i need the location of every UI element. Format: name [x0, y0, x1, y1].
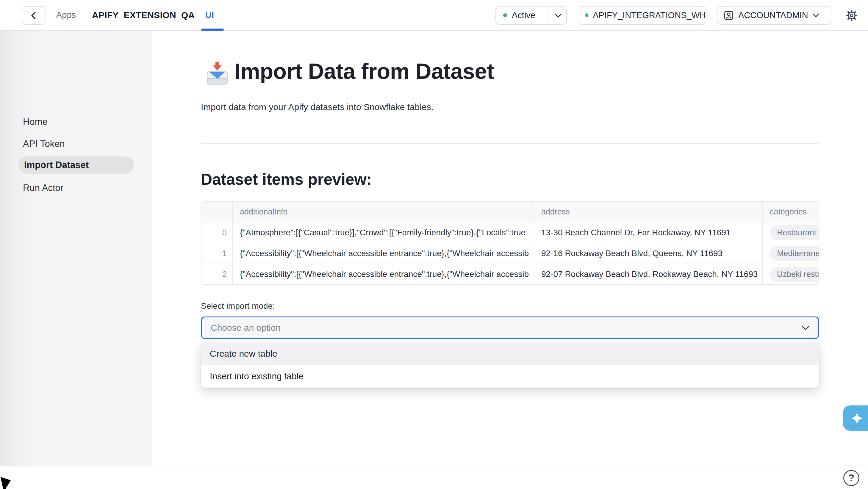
warehouse-button[interactable]: APIFY_INTEGRATIONS_WH: [578, 6, 706, 25]
help-button[interactable]: ?: [843, 470, 859, 486]
cell-address: 92-07 Rockaway Beach Blvd, Rockaway Beac…: [533, 264, 762, 284]
warehouse-label: APIFY_INTEGRATIONS_WH: [593, 10, 706, 20]
table-row[interactable]: 2 {"Accessibility":[{"Wheelchair accessi…: [202, 264, 818, 284]
dropdown-option-create-new-table[interactable]: Create new table: [201, 343, 819, 365]
assistant-button[interactable]: [843, 405, 868, 431]
sidebar-item-api-token[interactable]: API Token: [23, 139, 65, 149]
table-row[interactable]: 1 {"Accessibility":[{"Wheelchair accessi…: [202, 243, 818, 264]
table-header-row: additionalInfo address categories: [202, 202, 818, 222]
top-navigation-bar: Apps APIFY_EXTENSION_QA UI Active APIFY_…: [0, 0, 868, 31]
row-index: 0: [202, 223, 232, 243]
role-label: ACCOUNTADMIN: [738, 10, 808, 20]
column-header-categories[interactable]: categories: [762, 202, 818, 222]
table-row[interactable]: 0 {"Atmosphere":[{"Casual":true}],"Crowd…: [202, 222, 818, 243]
id-badge-icon: [723, 10, 734, 21]
column-header-index[interactable]: [202, 202, 232, 222]
cell-categories: Restaurant: [762, 223, 818, 243]
chevron-left-icon: [28, 9, 40, 22]
sidebar-item-import-dataset[interactable]: Import Dataset: [18, 157, 134, 174]
page-title: Import Data from Dataset: [235, 59, 494, 84]
import-mode-label: Select import mode:: [201, 301, 275, 311]
cell-additionalinfo: {"Accessibility":[{"Wheelchair accessibl…: [232, 264, 533, 284]
back-button[interactable]: [22, 6, 46, 25]
dataset-preview-table[interactable]: additionalInfo address categories 0 {"At…: [201, 201, 819, 285]
row-index: 2: [202, 264, 232, 284]
page-subtitle: Import data from your Apify datasets int…: [201, 102, 434, 112]
sidebar-item-home[interactable]: Home: [23, 117, 48, 127]
status-green-dot: [503, 13, 507, 17]
breadcrumb-app-name: APIFY_EXTENSION_QA: [92, 0, 195, 30]
column-header-additionalinfo[interactable]: additionalInfo: [232, 202, 533, 222]
inbox-tray-icon: [204, 61, 230, 87]
cell-categories: Mediterranea: [762, 243, 818, 264]
warehouse-green-dot: [585, 13, 588, 17]
role-selector-button[interactable]: ACCOUNTADMIN: [717, 6, 831, 25]
cell-address: 92-16 Rockaway Beach Blvd, Queens, NY 11…: [533, 243, 762, 264]
chevron-down-icon: [801, 325, 810, 331]
question-mark-icon: ?: [848, 472, 854, 484]
sidebar-navigation: Home API Token Import Dataset Run Actor: [0, 31, 152, 466]
category-badge: Mediterranea: [770, 246, 818, 261]
status-label: Active: [512, 10, 535, 20]
cell-categories: Uzbeki restau: [762, 264, 818, 284]
preview-heading: Dataset items preview:: [201, 170, 372, 188]
chevron-down-icon: [812, 13, 819, 18]
gear-icon: [845, 9, 858, 22]
cell-additionalinfo: {"Accessibility":[{"Wheelchair accessibl…: [232, 243, 533, 264]
footer-bar: ?: [0, 466, 868, 489]
select-placeholder: Choose an option: [211, 323, 281, 333]
tab-ui-underline: [201, 29, 224, 31]
chevron-down-icon[interactable]: [550, 13, 566, 18]
import-mode-select[interactable]: Choose an option: [201, 317, 819, 339]
app-status-button[interactable]: Active: [495, 6, 567, 25]
sidebar-item-run-actor[interactable]: Run Actor: [23, 183, 63, 193]
dropdown-option-insert-existing[interactable]: Insert into existing table: [201, 365, 819, 388]
divider: [201, 143, 819, 144]
settings-button[interactable]: [845, 9, 858, 22]
sparkle-icon: [843, 411, 864, 425]
tab-ui[interactable]: UI: [205, 0, 214, 30]
cell-address: 13-30 Beach Channel Dr, Far Rockaway, NY…: [533, 223, 762, 243]
column-header-address[interactable]: address: [533, 202, 762, 222]
row-index: 1: [202, 243, 232, 264]
category-badge: Restaurant: [770, 225, 818, 240]
cell-additionalinfo: {"Atmosphere":[{"Casual":true}],"Crowd":…: [232, 223, 533, 243]
sidebar-item-label: Import Dataset: [24, 160, 89, 170]
import-mode-dropdown: Create new table Insert into existing ta…: [201, 343, 819, 388]
breadcrumb-apps[interactable]: Apps: [56, 0, 76, 30]
category-badge: Uzbeki restau: [770, 267, 818, 282]
